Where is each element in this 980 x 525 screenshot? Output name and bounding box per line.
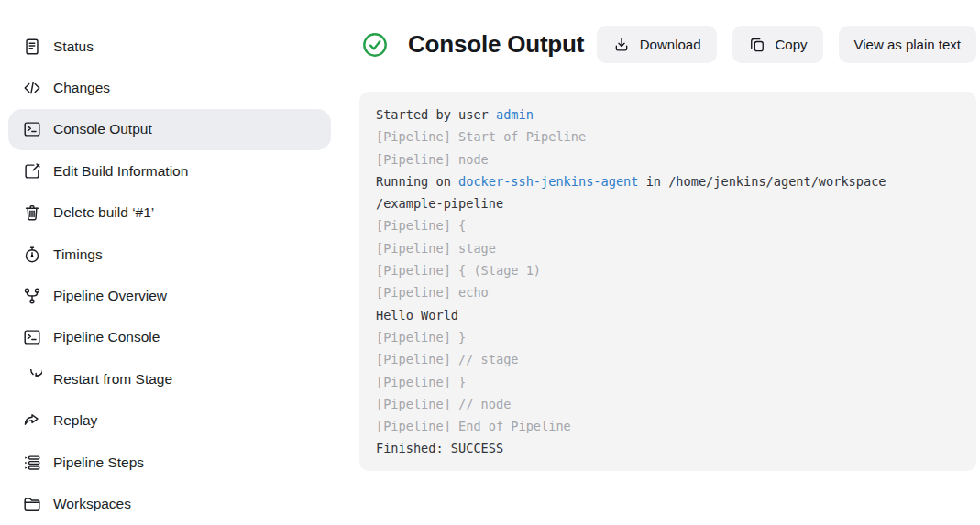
console-text: [Pipeline] stage	[376, 241, 496, 256]
sidebar-item-workspaces[interactable]: Workspaces	[8, 483, 331, 524]
button-label: View as plain text	[854, 37, 961, 52]
console-text: [Pipeline] { (Stage 1)	[376, 263, 541, 278]
console-output: Started by user admin[Pipeline] Start of…	[359, 92, 976, 471]
sidebar-item-label: Replay	[53, 412, 97, 429]
sidebar-item-pipeline-overview[interactable]: Pipeline Overview	[8, 275, 331, 316]
sidebar-item-restart-from-stage[interactable]: Restart from Stage	[8, 358, 331, 399]
button-label: Copy	[776, 37, 808, 52]
console-line: [Pipeline] // node	[376, 393, 960, 415]
console-text: [Pipeline] echo	[376, 285, 489, 300]
sidebar-item-changes[interactable]: Changes	[8, 67, 331, 108]
sidebar-item-timings[interactable]: Timings	[8, 234, 331, 275]
restart-icon	[22, 369, 42, 389]
status-icon	[22, 37, 42, 57]
terminal-icon	[22, 119, 42, 139]
sidebar-item-label: Pipeline Console	[53, 329, 160, 345]
build-sidebar: StatusChangesConsole OutputEdit Build In…	[8, 26, 331, 525]
sidebar-item-pipeline-steps[interactable]: Pipeline Steps	[8, 442, 331, 483]
console-line: Started by user admin	[376, 104, 960, 126]
sidebar-item-console-output[interactable]: Console Output	[8, 109, 331, 150]
console-text: Hello World	[376, 308, 458, 323]
terminal-icon	[22, 327, 42, 347]
console-line: [Pipeline] End of Pipeline	[376, 415, 960, 437]
console-text: [Pipeline] End of Pipeline	[376, 419, 571, 433]
copy-button[interactable]: Copy	[732, 26, 823, 63]
console-line: [Pipeline] {	[376, 214, 960, 236]
sidebar-item-label: Status	[53, 38, 94, 55]
console-line: /example-pipeline	[376, 192, 960, 214]
console-text: [Pipeline] }	[376, 375, 466, 389]
main-content: Console Output DownloadCopyView as plain…	[358, 0, 976, 525]
console-text: [Pipeline] {	[376, 218, 466, 233]
replay-icon	[22, 410, 42, 431]
sidebar-item-replay[interactable]: Replay	[8, 400, 331, 442]
sidebar-item-status[interactable]: Status	[8, 26, 331, 67]
console-text: in /home/jenkins/agent/workspace	[638, 174, 886, 189]
console-line: [Pipeline] }	[376, 326, 960, 348]
sidebar-item-edit-build-information[interactable]: Edit Build Information	[8, 150, 331, 191]
view-as-plain-text-button[interactable]: View as plain text	[839, 26, 976, 63]
console-text: [Pipeline] // stage	[376, 352, 519, 366]
console-line: [Pipeline] stage	[376, 237, 960, 259]
page-title: Console Output	[408, 30, 584, 59]
download-icon	[612, 36, 631, 54]
stopwatch-icon	[22, 245, 42, 265]
button-label: Download	[640, 37, 701, 52]
console-text: Running on	[376, 174, 458, 189]
trash-icon	[22, 202, 42, 223]
console-line: Hello World	[376, 304, 960, 326]
steps-icon	[22, 453, 42, 473]
sidebar-item-label: Changes	[53, 80, 110, 96]
console-line: [Pipeline] }	[376, 371, 960, 393]
sidebar-item-label: Timings	[53, 246, 103, 263]
sidebar-item-label: Edit Build Information	[53, 163, 188, 180]
agent-link[interactable]: docker-ssh-jenkins-agent	[458, 174, 638, 189]
sidebar-item-label: Pipeline Steps	[53, 454, 144, 471]
copy-icon	[748, 36, 766, 54]
sidebar-item-label: Restart from Stage	[53, 371, 172, 388]
console-text: [Pipeline] }	[376, 330, 466, 345]
console-text: /example-pipeline	[376, 196, 503, 211]
header-buttons: DownloadCopyView as plain text	[597, 26, 976, 63]
console-text: Started by user	[376, 107, 496, 122]
sidebar-item-label: Workspaces	[53, 496, 131, 512]
sidebar-item-label: Delete build ‘#1’	[53, 204, 154, 221]
download-button[interactable]: Download	[597, 26, 717, 63]
jenkins-build-page: StatusChangesConsole OutputEdit Build In…	[0, 0, 980, 525]
sidebar-item-label: Pipeline Overview	[53, 288, 167, 304]
console-text: Finished: SUCCESS	[376, 441, 503, 455]
sidebar-item-delete-build-1[interactable]: Delete build ‘#1’	[8, 192, 331, 234]
edit-icon	[22, 161, 42, 181]
success-check-icon	[361, 31, 389, 59]
console-line: [Pipeline] echo	[376, 281, 960, 303]
console-line: [Pipeline] // stage	[376, 348, 960, 370]
changes-icon	[22, 78, 42, 98]
folder-icon	[22, 494, 42, 514]
admin-link[interactable]: admin	[496, 107, 534, 122]
console-line: Finished: SUCCESS	[376, 437, 960, 459]
sidebar-item-pipeline-console[interactable]: Pipeline Console	[8, 317, 331, 358]
console-line: [Pipeline] node	[376, 148, 960, 170]
console-text: [Pipeline] // node	[376, 397, 511, 411]
console-text: [Pipeline] node	[376, 152, 489, 167]
page-header: Console Output DownloadCopyView as plain…	[358, 26, 976, 63]
console-text: [Pipeline] Start of Pipeline	[376, 129, 586, 144]
sidebar-item-label: Console Output	[53, 121, 152, 137]
console-line: [Pipeline] { (Stage 1)	[376, 259, 960, 281]
console-line: Running on docker-ssh-jenkins-agent in /…	[376, 170, 960, 192]
branch-icon	[22, 286, 42, 306]
console-line: [Pipeline] Start of Pipeline	[376, 126, 960, 148]
